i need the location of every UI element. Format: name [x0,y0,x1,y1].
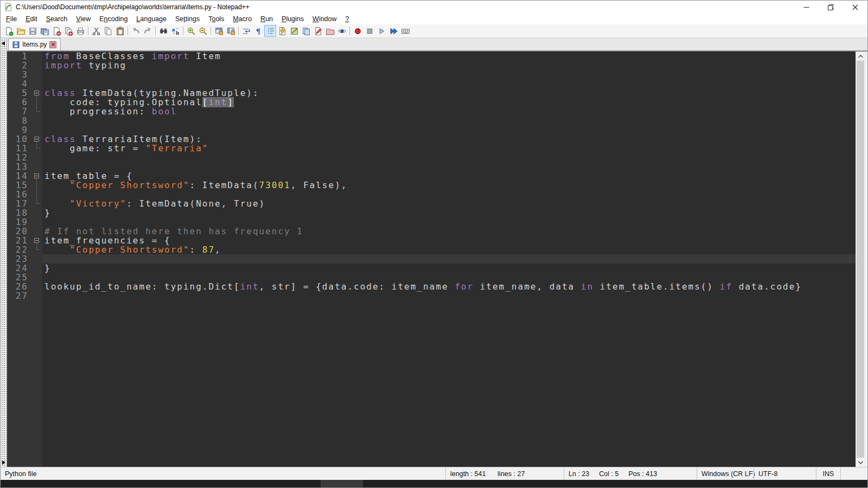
line-number[interactable]: 20 [7,227,33,236]
menu-file[interactable]: File [2,15,21,23]
zoom-in-icon[interactable] [185,25,197,37]
code-line[interactable]: 14item_table = { [7,171,856,181]
save-all-icon[interactable] [39,25,50,37]
code-line[interactable]: 26lookup_id_to_name: typing.Dict[int, st… [7,282,856,291]
code-line[interactable]: 24} [7,264,856,273]
line-number[interactable]: 24 [7,264,33,273]
status-encoding[interactable]: UTF-8 [754,467,816,480]
line-number[interactable]: 21 [7,236,33,245]
show-all-characters-icon[interactable]: ¶ [252,25,264,37]
code-line[interactable]: 9 [7,125,856,134]
code-line[interactable]: 7 progression: bool [7,107,856,116]
line-number[interactable]: 7 [7,107,33,116]
code-line[interactable]: 13 [7,162,856,171]
code-line[interactable]: 3 [7,70,856,79]
line-number[interactable]: 18 [7,208,33,217]
menu-help[interactable]: ? [341,15,354,23]
collapse-left-icon[interactable] [2,41,5,46]
find-icon[interactable] [157,25,169,37]
redo-icon[interactable] [142,25,154,37]
menu-window[interactable]: Window [308,15,341,23]
code-line[interactable]: 1from BaseClasses import Item [7,52,856,61]
undo-icon[interactable] [130,25,142,37]
macro-record-icon[interactable] [352,25,363,37]
paste-icon[interactable] [114,25,126,37]
line-number[interactable]: 13 [7,162,33,171]
code-line[interactable]: 25 [7,273,856,282]
line-number[interactable]: 1 [7,52,33,61]
scroll-down-icon[interactable] [856,458,865,467]
code-line[interactable]: 23 [7,254,856,264]
line-number[interactable]: 22 [7,245,33,254]
indent-guide-icon[interactable] [264,25,276,37]
menu-tools[interactable]: Tools [204,15,228,23]
line-number[interactable]: 14 [7,171,33,181]
folder-as-workspace-icon[interactable] [324,25,336,37]
scroll-up-icon[interactable] [856,52,865,61]
code-line[interactable]: 21item_frequencies = { [7,236,856,245]
tab-close-icon[interactable] [49,41,56,48]
status-resize-grip[interactable] [840,467,867,480]
tab-items-py[interactable]: Items.py [8,38,61,50]
line-number[interactable]: 15 [7,181,33,190]
close-file-icon[interactable] [50,25,62,37]
print-icon[interactable] [74,25,86,37]
new-file-icon[interactable] [3,25,15,37]
line-number[interactable]: 26 [7,282,33,291]
code-line[interactable]: 20# If not listed here then has frequenc… [7,227,856,236]
line-number[interactable]: 4 [7,79,33,88]
status-eol-format[interactable]: Windows (CR LF) [697,467,754,480]
cut-icon[interactable] [90,25,102,37]
dock-splitter-strip[interactable] [1,38,7,467]
line-number[interactable]: 17 [7,199,33,208]
fold-collapse-icon[interactable] [34,238,39,243]
menu-search[interactable]: Search [42,15,72,23]
macro-save-icon[interactable] [399,25,411,37]
macro-play-icon[interactable] [375,25,387,37]
status-caret-position[interactable]: Ln : 23 Col : 5 Pos : 413 [564,467,697,480]
document-map-icon[interactable] [288,25,300,37]
function-list-icon[interactable] [276,25,288,37]
menu-encoding[interactable]: Encoding [95,15,132,23]
copy-icon[interactable] [102,25,114,37]
line-number[interactable]: 27 [7,291,33,300]
edit-marker-icon[interactable] [312,25,324,37]
line-number[interactable]: 25 [7,273,33,282]
fold-collapse-icon[interactable] [34,91,39,95]
close-all-files-icon[interactable] [62,25,74,37]
replace-icon[interactable]: ab [169,25,181,37]
document-switcher-icon[interactable] [300,25,312,37]
status-insert-mode[interactable]: INS [816,467,840,480]
code-line[interactable]: 2import typing [7,61,856,70]
editor-empty-area[interactable] [7,300,856,467]
line-number[interactable]: 12 [7,153,33,162]
line-number[interactable]: 23 [7,254,33,264]
code-line[interactable]: 17 "Victory": ItemData(None, True) [7,199,856,208]
scrollbar-thumb[interactable] [857,61,864,458]
sync-vertical-scroll-icon[interactable] [213,25,225,37]
status-doc-type[interactable]: Python file [1,467,445,480]
sync-horizontal-scroll-icon[interactable] [225,25,237,37]
monitoring-icon[interactable] [336,25,348,37]
macro-run-multiple-icon[interactable] [387,25,399,37]
line-number[interactable]: 8 [7,116,33,125]
line-number[interactable]: 11 [7,144,33,153]
code-line[interactable]: 18} [7,208,856,217]
word-wrap-icon[interactable] [240,25,252,37]
collapse-right-icon[interactable] [2,460,5,465]
line-number[interactable]: 5 [7,88,33,98]
code-line[interactable]: 8 [7,116,856,125]
vertical-scrollbar[interactable] [856,52,865,467]
menu-view[interactable]: View [72,15,95,23]
line-number[interactable]: 9 [7,125,33,134]
close-button[interactable] [843,1,867,14]
menu-plugins[interactable]: Plugins [277,15,308,23]
code-line[interactable]: 10class TerrariaItem(Item): [7,134,856,144]
menu-language[interactable]: Language [132,15,171,23]
line-number[interactable]: 19 [7,217,33,227]
line-number[interactable]: 10 [7,134,33,144]
zoom-out-icon[interactable] [197,25,209,37]
menu-run[interactable]: Run [256,15,277,23]
menu-macro[interactable]: Macro [228,15,256,23]
code-line[interactable]: 27 [7,291,856,300]
